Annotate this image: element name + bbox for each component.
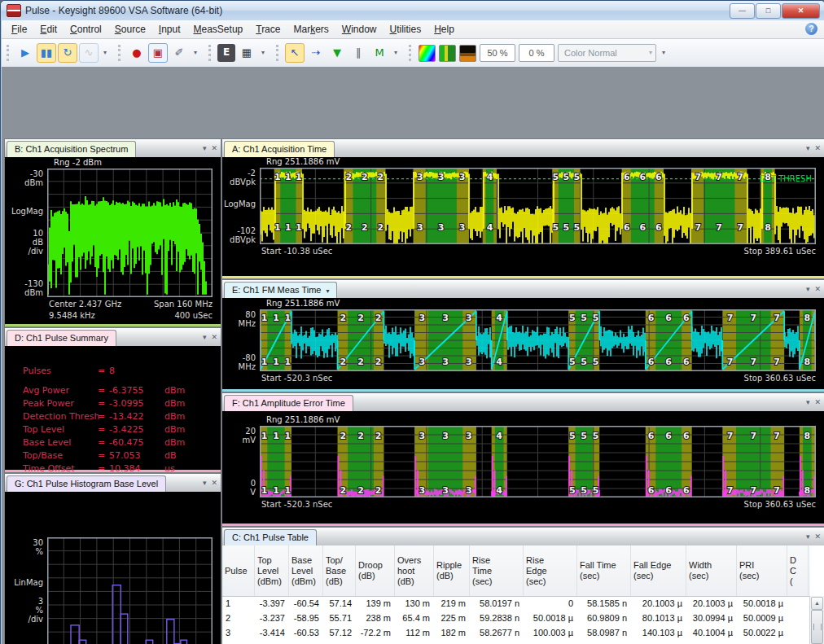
menu-window[interactable]: Window — [335, 21, 384, 37]
marker-m-button[interactable]: M — [370, 43, 389, 63]
colormap-rainbow-chip[interactable] — [419, 45, 436, 62]
toolbar-grip-icon[interactable] — [409, 45, 414, 61]
column-header-11[interactable]: Width(sec) — [686, 545, 737, 596]
panel-tab-pulse-histogram[interactable]: G: Ch1 Pulse Histogram Base Level — [7, 475, 166, 492]
trace-select-dropdown-icon[interactable]: ▾ — [326, 287, 329, 295]
play-button[interactable]: ▶ — [15, 43, 35, 63]
menu-source[interactable]: Source — [108, 21, 152, 37]
marker-to-peak-button[interactable]: ▼ — [327, 43, 347, 63]
panel-tab-amplitude-error[interactable]: F: Ch1 Amplitude Error Time — [224, 395, 353, 411]
table-row[interactable]: 2-3.237-58.9555.71238 m65.4 m225 m59.283… — [222, 611, 810, 625]
column-header-7[interactable]: RiseTime(sec) — [470, 545, 524, 596]
panel-tab-acquisition-time[interactable]: A: Ch1 Acquisition Time — [224, 141, 335, 157]
panel-close-icon[interactable]: ✕ — [814, 395, 821, 410]
e-plot-svg[interactable]: 1111112222223333334455555566666677777788 — [260, 309, 816, 371]
colormap-spectrum-chip[interactable] — [439, 45, 456, 62]
eraser-button[interactable]: ✐ — [169, 43, 189, 63]
layout-grid-button[interactable]: ▦ — [237, 43, 256, 63]
pulse-summary-area[interactable]: Pulses=8Avg Power=-6.3755dBmPeak Power=-… — [5, 346, 221, 472]
column-header-13[interactable]: DC( — [787, 545, 809, 596]
band-markers-button[interactable]: ∥ — [348, 43, 368, 63]
record-button[interactable]: ● — [127, 43, 147, 63]
menu-edit[interactable]: Edit — [33, 21, 64, 37]
restore-button[interactable]: □ — [756, 3, 781, 19]
column-header-4[interactable]: Droop(dB) — [356, 545, 395, 596]
menu-file[interactable]: File — [5, 21, 33, 37]
panel-tab-pulse-table[interactable]: C: Ch1 Pulse Table — [224, 529, 317, 545]
column-header-3[interactable]: Top/Base(dB) — [323, 545, 356, 596]
panel-menu-icon[interactable]: ▾ — [203, 330, 207, 344]
title-bar[interactable]: Pulse - Keysight 89600 VSA Software (64-… — [1, 1, 824, 20]
record-overflow-dropdown[interactable]: ▾ — [191, 43, 200, 63]
panel-close-icon[interactable]: ✕ — [814, 529, 821, 544]
panel-close-icon[interactable]: ✕ — [814, 141, 821, 156]
panel-tab-acquisition-spectrum[interactable]: B: Ch1 Acquisition Spectrum — [7, 141, 136, 157]
restart-button[interactable]: ↻ — [58, 43, 77, 63]
panel-tab-pulse-summary[interactable]: D: Ch1 Pulse Summary — [7, 330, 116, 346]
panel-close-icon[interactable]: ✕ — [211, 330, 217, 344]
column-header-5[interactable]: Overshoot(dB) — [395, 545, 434, 596]
menu-meassetup[interactable]: MeasSetup — [187, 21, 250, 37]
panel-menu-icon[interactable]: ▾ — [806, 395, 810, 410]
single-acquisition-button[interactable]: ∿ — [79, 43, 99, 63]
a-plot-svg[interactable]: DET THRESH111111222222333333445555556666… — [260, 168, 816, 244]
column-header-2[interactable]: BaseLevel(dBm) — [289, 545, 323, 596]
panel-menu-icon[interactable]: ▾ — [203, 141, 207, 156]
colormap-fire-chip[interactable] — [459, 45, 476, 62]
panel-close-icon[interactable]: ✕ — [211, 141, 217, 156]
spectrum-plot-area[interactable]: Rng -2 dBm-30dBmLogMag10dB/div-130dBmCen… — [5, 157, 221, 326]
display-overflow-dropdown[interactable]: ▾ — [659, 43, 668, 63]
panel-menu-icon[interactable]: ▾ — [806, 141, 810, 156]
time-plot-area[interactable]: Rng 251.1886 mVDET THRESH111111222222333… — [222, 157, 824, 278]
column-header-1[interactable]: TopLevel(dBm) — [255, 545, 289, 596]
fm-plot-area[interactable]: Rng 251.1886 mV1111112222223333334455555… — [222, 298, 824, 392]
table-row[interactable]: 3-3.414-60.5357.12-72.2 m112 m182 m58.26… — [222, 625, 810, 640]
menu-input[interactable]: Input — [152, 21, 187, 37]
vertical-scroll-thumb[interactable] — [811, 610, 823, 644]
color-mode-select[interactable]: Color Normal▾ — [558, 44, 656, 62]
histogram-plot-area[interactable]: 30%LinMag3%/div0%Start -61.158 dBmStop -… — [5, 492, 221, 644]
scroll-up-button[interactable]: ▲ — [811, 597, 823, 610]
toolbar-grip-icon[interactable] — [118, 45, 123, 61]
marker-to-next-button[interactable]: ⇢ — [306, 43, 326, 63]
amplitude-error-plot-area[interactable]: Rng 251.1886 mV1111112222223333334455555… — [222, 411, 824, 526]
close-button[interactable]: ✕ — [782, 3, 820, 19]
column-header-10[interactable]: Fall Edge(sec) — [631, 545, 686, 596]
panel-menu-icon[interactable]: ▾ — [203, 475, 207, 490]
help-icon[interactable]: ? — [805, 23, 817, 35]
select-pointer-button[interactable]: ↖ — [285, 43, 305, 63]
toolbar-grip-icon[interactable] — [208, 45, 213, 61]
menu-utilities[interactable]: Utilities — [384, 21, 428, 37]
acquisition-overflow-dropdown[interactable]: ▾ — [100, 43, 110, 63]
toolbar-grip-icon[interactable] — [7, 45, 11, 61]
layout-dropdown[interactable]: ▾ — [258, 43, 268, 63]
menu-help[interactable]: Help — [427, 21, 461, 37]
marker-overflow-dropdown[interactable]: ▾ — [391, 43, 401, 63]
column-header-6[interactable]: Ripple(dB) — [434, 545, 470, 596]
panel-menu-icon[interactable]: ▾ — [806, 529, 810, 544]
equalizer-button[interactable]: E — [217, 44, 235, 62]
reference-intensity-field[interactable]: 0 % — [519, 44, 554, 62]
menu-control[interactable]: Control — [64, 21, 108, 37]
trace-intensity-field[interactable]: 50 % — [480, 44, 515, 62]
column-header-8[interactable]: RiseEdge(sec) — [524, 545, 577, 596]
panel-menu-icon[interactable]: ▾ — [806, 282, 810, 296]
panel-close-icon[interactable]: ✕ — [211, 475, 217, 490]
player-button[interactable]: ▣ — [148, 43, 168, 63]
menu-trace[interactable]: Trace — [249, 21, 287, 37]
g-plot-svg[interactable] — [47, 537, 213, 644]
vertical-scrollbar[interactable]: ▲▼ — [809, 596, 824, 644]
f-plot-svg[interactable]: 1111112222223333334455555566666677777788 — [260, 426, 816, 497]
b-plot-svg[interactable] — [47, 169, 213, 297]
table-row[interactable]: 4-3.261-59.7256.46235 m162 m232 m79.7951… — [222, 640, 810, 644]
minimize-button[interactable]: — — [730, 3, 755, 19]
toolbar-grip-icon[interactable] — [276, 45, 281, 61]
menu-markers[interactable]: Markers — [287, 21, 335, 37]
table-row[interactable]: 1-3.397-60.5457.14139 m130 m219 m58.0197… — [222, 596, 810, 611]
column-header-0[interactable]: Pulse — [222, 545, 255, 596]
column-header-9[interactable]: Fall Time(sec) — [577, 545, 631, 596]
panel-tab-fm-meas-time[interactable]: E: Ch1 FM Meas Time▾ — [224, 282, 337, 298]
pause-button[interactable]: ▮▮ — [37, 43, 56, 63]
column-header-12[interactable]: PRI(sec) — [737, 545, 787, 596]
panel-close-icon[interactable]: ✕ — [814, 282, 821, 296]
